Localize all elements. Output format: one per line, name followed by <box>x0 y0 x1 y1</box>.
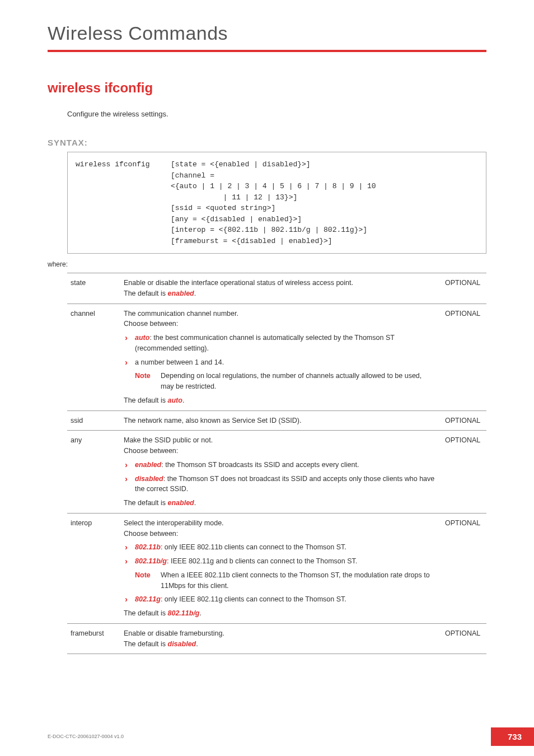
param-name: ssid <box>67 410 120 431</box>
text: Make the SSID public or not. <box>124 436 213 444</box>
syntax-label: SYNTAX: <box>48 138 486 147</box>
list-item: auto: the best communication channel is … <box>124 333 438 354</box>
list-item: a number between 1 and 14. <box>124 357 438 368</box>
text: . <box>196 640 198 648</box>
syntax-box: wireless ifconfig[state = <{enabled | di… <box>67 152 486 254</box>
table-row: frameburst Enable or disable framebursti… <box>67 623 486 654</box>
list-item: 802.11b/g: IEEE 802.11g and b clients ca… <box>124 556 438 567</box>
text: : only IEEE 802.11b clients can connect … <box>161 543 346 551</box>
chapter-title: Wireless Commands <box>48 22 486 44</box>
text: The default is <box>124 290 168 297</box>
text: The default is <box>124 609 168 617</box>
text: Enable or disable framebursting. <box>124 629 224 637</box>
default-value: disabled <box>168 640 196 648</box>
text: Enable or disable the interface operatio… <box>124 279 353 287</box>
emphasis: 802.11b/g <box>135 557 167 565</box>
text: The communication channel number. <box>124 310 238 318</box>
note-text: When a IEEE 802.11b client connects to t… <box>161 570 433 591</box>
text: The default is <box>124 396 168 404</box>
param-desc: Enable or disable the interface operatio… <box>120 273 442 304</box>
note-label: Note <box>135 372 151 380</box>
table-row: state Enable or disable the interface op… <box>67 273 486 304</box>
note: NoteWhen a IEEE 802.11b client connects … <box>124 570 438 591</box>
param-optional: OPTIONAL <box>442 304 486 410</box>
where-label: where: <box>48 260 486 268</box>
param-optional: OPTIONAL <box>442 513 486 623</box>
emphasis: disabled <box>135 475 163 483</box>
param-name: any <box>67 431 120 514</box>
footer-docid: E-DOC-CTC-20061027-0004 v1.0 <box>48 734 534 739</box>
default-value: enabled <box>168 499 194 507</box>
emphasis: 802.11g <box>135 595 161 603</box>
text: . <box>194 499 196 507</box>
list-item: 802.11b: only IEEE 802.11b clients can c… <box>124 542 438 553</box>
params-table: state Enable or disable the interface op… <box>67 273 486 654</box>
default-value: 802.11b/g <box>168 609 200 617</box>
emphasis: auto <box>135 334 149 342</box>
text: : IEEE 802.11g and b clients can connect… <box>167 557 357 565</box>
text: . <box>182 396 184 404</box>
list-item: enabled: the Thomson ST broadcasts its S… <box>124 460 438 470</box>
text: : only IEEE 802.11g clients can connect … <box>161 595 346 603</box>
param-desc: The network name, also known as Service … <box>120 410 442 431</box>
emphasis: enabled <box>135 461 161 469</box>
command-title: wireless ifconfig <box>48 80 486 96</box>
param-name: state <box>67 273 120 304</box>
table-row: ssid The network name, also known as Ser… <box>67 410 486 431</box>
list-item: 802.11g: only IEEE 802.11g clients can c… <box>124 594 438 605</box>
param-name: interop <box>67 513 120 623</box>
param-optional: OPTIONAL <box>442 431 486 514</box>
syntax-command: wireless ifconfig <box>76 159 171 170</box>
param-desc: Select the interoperability mode. Choose… <box>120 513 442 623</box>
table-row: channel The communication channel number… <box>67 304 486 410</box>
table-row: interop Select the interoperability mode… <box>67 513 486 623</box>
param-desc: Enable or disable framebursting. The def… <box>120 623 442 654</box>
text: . <box>200 609 202 617</box>
text: The default is <box>124 640 168 648</box>
syntax-arguments: [state = <{enabled | disabled}>] [channe… <box>171 159 376 246</box>
text: Choose between: <box>124 320 178 328</box>
text: Select the interoperability mode. <box>124 519 224 527</box>
param-optional: OPTIONAL <box>442 623 486 654</box>
command-description: Configure the wireless settings. <box>67 110 486 118</box>
text: Choose between: <box>124 530 178 538</box>
text: The default is <box>124 499 168 507</box>
param-optional: OPTIONAL <box>442 273 486 304</box>
page-number: 733 <box>491 727 534 746</box>
divider <box>48 50 486 52</box>
param-name: frameburst <box>67 623 120 654</box>
param-name: channel <box>67 304 120 410</box>
param-desc: The communication channel number. Choose… <box>120 304 442 410</box>
note-text: Depending on local regulations, the numb… <box>161 371 433 392</box>
text: a number between 1 and 14. <box>135 358 224 366</box>
text: : the Thomson ST does not broadcast its … <box>135 475 434 493</box>
param-optional: OPTIONAL <box>442 410 486 431</box>
default-value: enabled <box>168 290 194 297</box>
text: : the best communication channel is auto… <box>135 334 395 352</box>
param-desc: Make the SSID public or not. Choose betw… <box>120 431 442 514</box>
text: . <box>194 290 196 297</box>
note-label: Note <box>135 571 151 579</box>
text: Choose between: <box>124 447 178 455</box>
note: NoteDepending on local regulations, the … <box>124 371 438 392</box>
default-value: auto <box>168 396 182 404</box>
emphasis: 802.11b <box>135 543 161 551</box>
table-row: any Make the SSID public or not. Choose … <box>67 431 486 514</box>
text: : the Thomson ST broadcasts its SSID and… <box>161 461 359 469</box>
list-item: disabled: the Thomson ST does not broadc… <box>124 474 438 495</box>
